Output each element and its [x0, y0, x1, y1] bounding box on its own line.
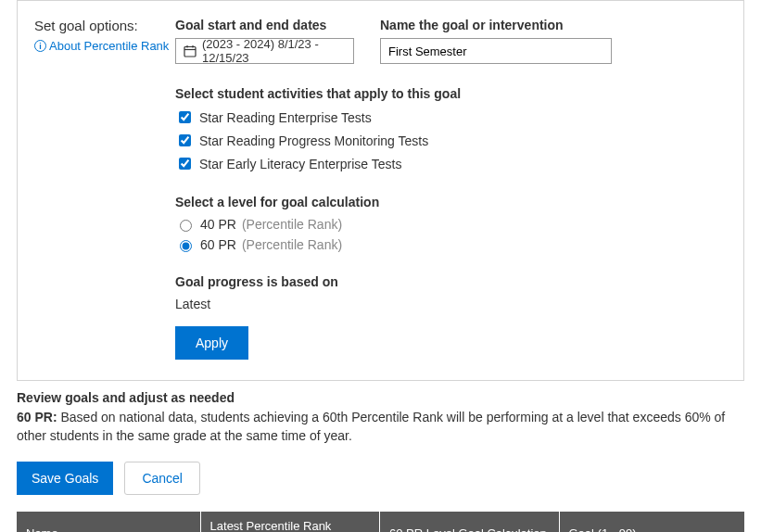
right-column: Goal start and end dates (2023 - 2024) 8…	[175, 18, 727, 360]
level-suffix-0: (Percentile Rank)	[242, 217, 342, 232]
table-header-row: Name Latest Percentile Rank (School Year…	[17, 512, 744, 532]
save-goals-button[interactable]: Save Goals	[17, 462, 113, 495]
about-percentile-rank-link[interactable]: i About Percentile Rank	[34, 39, 175, 53]
dates-field: Goal start and end dates (2023 - 2024) 8…	[175, 18, 354, 64]
progress-label: Goal progress is based on	[175, 274, 727, 289]
review-desc-bold: 60 PR:	[17, 410, 57, 424]
level-section: Select a level for goal calculation 40 P…	[175, 195, 727, 252]
level-suffix-1: (Percentile Rank)	[242, 237, 342, 252]
top-row: Set goal options: i About Percentile Ran…	[34, 18, 727, 360]
apply-button[interactable]: Apply	[175, 326, 248, 360]
dates-picker[interactable]: (2023 - 2024) 8/1/23 - 12/15/23	[175, 38, 354, 64]
dates-label: Goal start and end dates	[175, 18, 354, 32]
th-goal: Goal (1 - 99)	[559, 512, 744, 532]
button-row: Save Goals Cancel	[17, 462, 744, 495]
about-link-text: About Percentile Rank	[49, 39, 169, 53]
progress-value: Latest	[175, 297, 727, 311]
info-icon: i	[34, 40, 46, 52]
activity-label-1: Star Reading Progress Monitoring Tests	[199, 133, 428, 148]
set-goal-options-label: Set goal options:	[34, 18, 175, 33]
activity-checkbox-2[interactable]	[179, 158, 191, 170]
activity-row: Star Early Literacy Enterprise Tests	[175, 155, 727, 172]
activities-section: Select student activities that apply to …	[175, 86, 727, 172]
goal-options-panel: Set goal options: i About Percentile Ran…	[17, 0, 744, 381]
name-label: Name the goal or intervention	[380, 18, 612, 32]
goal-name-input[interactable]	[380, 38, 612, 64]
activity-checkbox-0[interactable]	[179, 111, 191, 123]
level-radio-60[interactable]	[180, 240, 192, 252]
activity-row: Star Reading Progress Monitoring Tests	[175, 132, 727, 149]
th-pr: Latest Percentile Rank (School Year)	[200, 512, 379, 532]
level-value-1: 60 PR	[200, 237, 236, 252]
review-description: 60 PR: Based on national data, students …	[17, 409, 744, 445]
review-block: Review goals and adjust as needed 60 PR:…	[17, 390, 744, 445]
left-column: Set goal options: i About Percentile Ran…	[34, 18, 175, 53]
activity-checkbox-1[interactable]	[179, 134, 191, 146]
name-field: Name the goal or intervention	[380, 18, 612, 64]
level-row: 60 PR (Percentile Rank)	[175, 237, 727, 252]
level-label: Select a level for goal calculation	[175, 195, 727, 209]
activities-label: Select student activities that apply to …	[175, 86, 727, 101]
level-value-0: 40 PR	[200, 217, 236, 232]
cancel-button[interactable]: Cancel	[124, 462, 200, 495]
goals-table: Name Latest Percentile Rank (School Year…	[17, 512, 744, 532]
svg-rect-0	[184, 47, 196, 57]
level-row: 40 PR (Percentile Rank)	[175, 217, 727, 232]
calendar-icon	[184, 44, 197, 57]
activity-label-2: Star Early Literacy Enterprise Tests	[199, 157, 401, 171]
review-desc-rest: Based on national data, students achievi…	[17, 410, 725, 443]
activity-row: Star Reading Enterprise Tests	[175, 108, 727, 126]
th-calc: 60 PR Level Goal Calculation	[379, 512, 559, 532]
progress-section: Goal progress is based on Latest Apply	[175, 274, 727, 360]
review-title: Review goals and adjust as needed	[17, 390, 744, 405]
level-radio-40[interactable]	[180, 220, 192, 232]
th-name: Name	[17, 512, 200, 532]
activity-label-0: Star Reading Enterprise Tests	[199, 110, 372, 125]
dates-value: (2023 - 2024) 8/1/23 - 12/15/23	[202, 37, 346, 65]
field-row: Goal start and end dates (2023 - 2024) 8…	[175, 18, 727, 64]
